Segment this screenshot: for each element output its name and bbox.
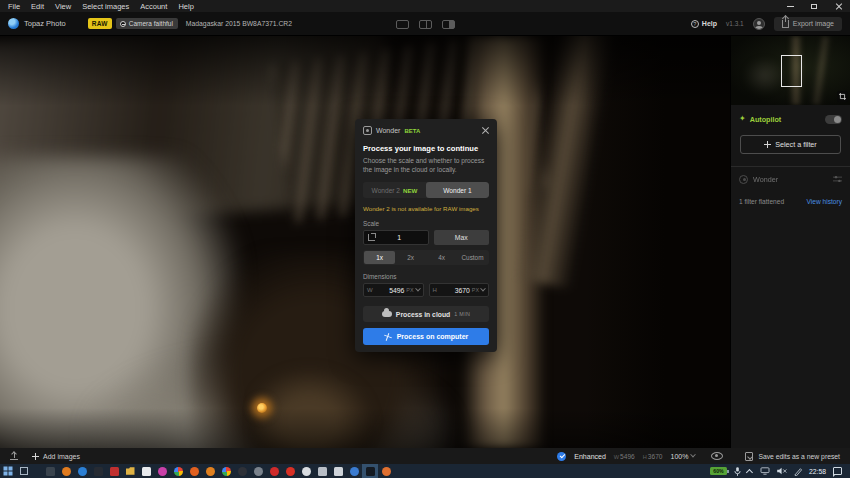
- scale-option-custom[interactable]: Custom: [457, 251, 488, 264]
- file-explorer-taskbar-icon[interactable]: [122, 464, 138, 478]
- photo-top-vignette: [0, 36, 730, 106]
- color-wheel-taskbar-icon[interactable]: [218, 464, 234, 478]
- menu-item-account[interactable]: Account: [140, 2, 167, 11]
- firefox-2-taskbar-icon[interactable]: [378, 464, 394, 478]
- photo-bottom-vignette: [0, 408, 730, 448]
- wonder-app-icon: [363, 126, 372, 135]
- app-dark-taskbar-icon[interactable]: [234, 464, 250, 478]
- enhanced-status: Enhanced: [574, 453, 606, 460]
- zoom-control[interactable]: 100%: [670, 453, 695, 460]
- topaz-photo-taskbar-icon[interactable]: [362, 464, 378, 478]
- scale-row: 1 Max: [363, 230, 489, 245]
- export-image-button[interactable]: Export image: [774, 17, 842, 31]
- box-app-icon: [334, 467, 343, 476]
- app-red-taskbar-icon[interactable]: [266, 464, 282, 478]
- dimensions-label: Dimensions: [363, 273, 489, 280]
- right-sidebar: ✦ Autopilot Select a filter Wonder: [730, 36, 850, 448]
- raw-badge: RAW: [88, 18, 112, 29]
- new-badge: NEW: [403, 187, 417, 194]
- split-view-icon[interactable]: [419, 20, 432, 29]
- help-button[interactable]: ? Help: [691, 20, 717, 28]
- navigation-thumbnail[interactable]: [731, 36, 850, 105]
- app-pink-taskbar-icon[interactable]: [154, 464, 170, 478]
- viewport-rectangle[interactable]: [781, 55, 801, 87]
- menu-item-edit[interactable]: Edit: [31, 2, 44, 11]
- maximize-button[interactable]: [802, 0, 826, 12]
- wonder-filter-row[interactable]: Wonder: [731, 169, 850, 189]
- chrome-taskbar-icon[interactable]: [170, 464, 186, 478]
- clock[interactable]: 22:58: [809, 468, 826, 475]
- minimize-button[interactable]: [778, 0, 802, 12]
- microphone-icon[interactable]: [734, 467, 741, 476]
- add-images-button[interactable]: Add images: [32, 453, 80, 460]
- select-filter-button[interactable]: Select a filter: [740, 135, 841, 154]
- scale-option-1x[interactable]: 1x: [364, 251, 395, 264]
- firefox-dev-taskbar-icon[interactable]: [202, 464, 218, 478]
- tab-wonder-2[interactable]: Wonder 2 NEW: [363, 182, 426, 198]
- chevron-down-icon: [480, 286, 486, 292]
- menu-item-file[interactable]: File: [8, 2, 20, 11]
- menu-item-help[interactable]: Help: [178, 2, 193, 11]
- notification-center-icon[interactable]: [833, 467, 842, 475]
- autopilot-icon: ✦: [739, 115, 746, 123]
- process-in-cloud-button[interactable]: Process in cloud 1 MIN: [363, 306, 489, 322]
- processor-sparkle-icon: [384, 333, 392, 341]
- app-red-icon: [270, 467, 279, 476]
- preview-original-icon[interactable]: [711, 452, 723, 460]
- camera-profile-icon: [120, 21, 126, 27]
- app-orange-taskbar-icon[interactable]: [58, 464, 74, 478]
- history-row: 1 filter flattened View history: [731, 193, 850, 209]
- width-input[interactable]: W 5496 PX: [363, 283, 424, 297]
- checkers-taskbar-icon[interactable]: [314, 464, 330, 478]
- side-by-side-view-icon[interactable]: [442, 20, 455, 29]
- menu-item-view[interactable]: View: [55, 2, 71, 11]
- crop-button[interactable]: [837, 91, 848, 102]
- save-preset-button[interactable]: Save edits as a new preset: [745, 452, 840, 461]
- photos-taskbar-icon[interactable]: [90, 464, 106, 478]
- pen-icon[interactable]: [794, 467, 802, 476]
- firefox-dev-icon: [206, 467, 215, 476]
- lightroom-taskbar-icon[interactable]: [106, 464, 122, 478]
- wonder-filter-icon: [739, 175, 748, 184]
- scale-input[interactable]: 1: [363, 230, 429, 245]
- youtube-taskbar-icon[interactable]: [282, 464, 298, 478]
- box-app-taskbar-icon[interactable]: [330, 464, 346, 478]
- camera-taskbar-icon[interactable]: [298, 464, 314, 478]
- close-button[interactable]: [826, 0, 850, 12]
- topaz-photo-icon: [366, 467, 375, 476]
- process-on-computer-button[interactable]: Process on computer: [363, 328, 489, 345]
- tray-expand-icon[interactable]: [746, 469, 753, 476]
- autopilot-row: ✦ Autopilot: [731, 109, 850, 129]
- chrome-icon: [174, 467, 183, 476]
- network-icon[interactable]: [760, 467, 770, 475]
- firefox-taskbar-icon[interactable]: [186, 464, 202, 478]
- scale-option-4x[interactable]: 4x: [426, 251, 457, 264]
- volume-muted-icon[interactable]: [777, 467, 787, 475]
- app-blue-taskbar-icon[interactable]: [346, 464, 362, 478]
- account-avatar[interactable]: [753, 18, 765, 30]
- dialog-close-button[interactable]: [481, 127, 489, 135]
- tab-wonder-1[interactable]: Wonder 1: [426, 182, 489, 198]
- battery-indicator[interactable]: 60%: [710, 467, 727, 475]
- import-icon[interactable]: [10, 452, 18, 460]
- autopilot-toggle[interactable]: [825, 115, 842, 124]
- max-button[interactable]: Max: [434, 230, 490, 245]
- view-mode-group: [396, 12, 455, 36]
- start-taskbar-icon[interactable]: [0, 464, 16, 478]
- taskbar-separator: [32, 464, 42, 478]
- help-icon: ?: [691, 20, 699, 28]
- camera-profile-badge[interactable]: Camera faithful: [116, 18, 178, 29]
- height-input[interactable]: H 3670 PX: [429, 283, 490, 297]
- menu-item-select-images[interactable]: Select images: [82, 2, 129, 11]
- app-gray-taskbar-icon[interactable]: [250, 464, 266, 478]
- scale-option-2x[interactable]: 2x: [395, 251, 426, 264]
- photos-icon: [94, 467, 103, 476]
- task-view-taskbar-icon[interactable]: [16, 464, 32, 478]
- single-view-icon[interactable]: [396, 20, 409, 29]
- office-taskbar-icon[interactable]: [138, 464, 154, 478]
- terminal-taskbar-icon[interactable]: [42, 464, 58, 478]
- view-history-link[interactable]: View history: [807, 198, 842, 205]
- office-icon: [142, 467, 151, 476]
- edge-taskbar-icon[interactable]: [74, 464, 90, 478]
- status-bar: Add images Enhanced W5496 H3670 100% Sav…: [0, 448, 850, 464]
